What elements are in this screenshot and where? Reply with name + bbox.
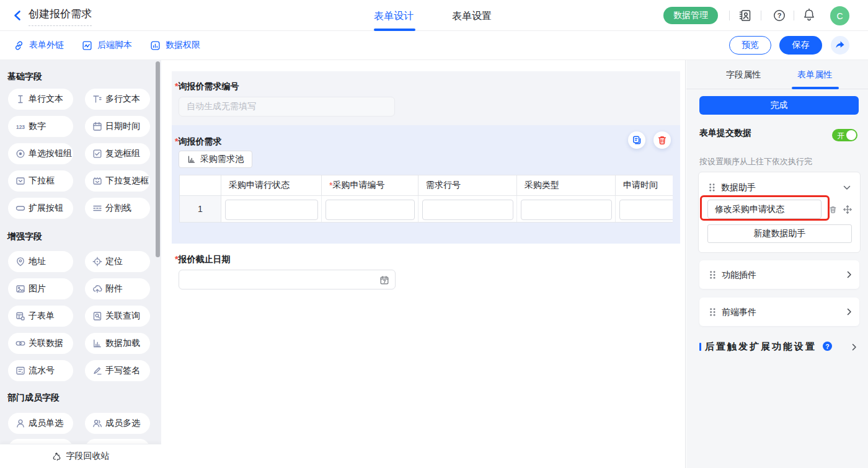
svg-text:123: 123 [16,124,25,130]
svg-text:?: ? [777,12,782,19]
